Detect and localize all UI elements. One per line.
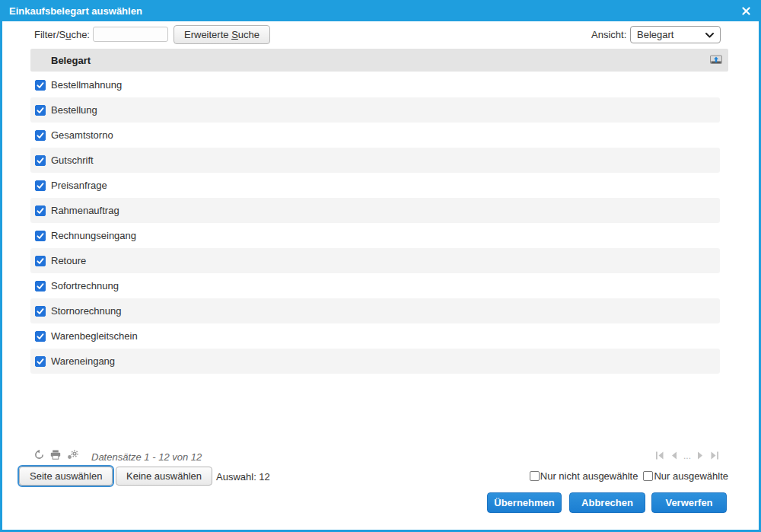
row-checkbox[interactable]	[35, 105, 46, 116]
table-header[interactable]: Belegart	[30, 49, 728, 72]
next-page-icon[interactable]	[697, 451, 704, 460]
row-label: Rahmenauftrag	[51, 205, 119, 216]
chevron-down-icon	[705, 29, 714, 40]
select-none-button[interactable]: Keine auswählen	[116, 467, 212, 486]
row-label: Sofortrechnung	[51, 280, 119, 291]
filter-input[interactable]	[93, 27, 168, 42]
row-checkbox[interactable]	[35, 180, 46, 191]
records-info: Datensätze 1 - 12 von 12	[91, 451, 202, 463]
row-label: Rechnungseingang	[51, 230, 136, 241]
filter-label: Filter/Suche:	[34, 29, 90, 40]
selection-count: Auswahl: 12	[216, 471, 270, 483]
cancel-button[interactable]: Abbrechen	[569, 492, 645, 513]
row-label: Retoure	[51, 255, 86, 266]
selection-filters: Nur nicht ausgewählte Nur ausgewählte	[530, 470, 728, 482]
row-label: Warenbegleitschein	[51, 330, 138, 342]
only-unselected-checkbox[interactable]	[530, 471, 540, 481]
table-row[interactable]: Stornorechnung	[30, 298, 720, 323]
only-unselected-label[interactable]: Nur nicht ausgewählte	[540, 470, 638, 482]
row-checkbox[interactable]	[35, 281, 46, 291]
belegart-list: Bestellmahnung Bestellung Gesamtstorno G…	[30, 72, 720, 374]
table-row[interactable]: Bestellmahnung	[30, 72, 720, 97]
column-settings-icon[interactable]	[710, 55, 722, 67]
apply-button[interactable]: Übernehmen	[487, 492, 562, 513]
view-select-value: Belegart	[637, 29, 705, 40]
last-page-icon[interactable]	[710, 451, 719, 460]
row-label: Preisanfrage	[51, 180, 107, 191]
table-row[interactable]: Gesamtstorno	[30, 123, 720, 148]
row-checkbox[interactable]	[35, 306, 46, 317]
row-checkbox[interactable]	[35, 331, 46, 342]
row-checkbox[interactable]	[35, 130, 46, 141]
table-row[interactable]: Sofortrechnung	[30, 273, 720, 298]
row-checkbox[interactable]	[35, 256, 46, 266]
close-icon[interactable]	[740, 5, 752, 17]
advanced-search-button[interactable]: Erweiterte Suche	[174, 25, 270, 44]
row-label: Wareneingang	[51, 355, 115, 367]
table-row[interactable]: Rahmenauftrag	[30, 198, 720, 223]
table-row[interactable]: Gutschrift	[30, 148, 720, 173]
row-checkbox[interactable]	[35, 231, 46, 241]
refresh-icon[interactable]	[34, 450, 44, 460]
discard-button[interactable]: Verwerfen	[651, 492, 727, 513]
pagination: ...	[655, 451, 719, 460]
print-icon[interactable]	[50, 450, 61, 460]
grid-toolbar	[34, 450, 78, 460]
row-label: Stornorechnung	[51, 305, 122, 317]
table-row[interactable]: Rechnungseingang	[30, 223, 720, 248]
row-checkbox[interactable]	[35, 155, 46, 166]
first-page-icon[interactable]	[655, 451, 664, 460]
table-row[interactable]: Bestellung	[30, 97, 720, 123]
table-row[interactable]: Retoure	[30, 248, 720, 273]
dialog-einkaufsbelegart: Einkaufsbelegart auswählen Filter/Suche:…	[0, 0, 761, 532]
row-checkbox[interactable]	[35, 205, 46, 216]
column-header-belegart: Belegart	[51, 55, 91, 66]
row-label: Bestellung	[51, 104, 97, 116]
view-label: Ansicht:	[591, 29, 626, 40]
table-row[interactable]: Preisanfrage	[30, 173, 720, 198]
dialog-title: Einkaufsbelegart auswählen	[9, 5, 740, 17]
only-selected-label[interactable]: Nur ausgewählte	[654, 470, 728, 482]
settings-icon[interactable]	[67, 450, 78, 460]
table-row[interactable]: Wareneingang	[30, 349, 720, 374]
titlebar: Einkaufsbelegart auswählen	[0, 0, 761, 21]
pagination-ellipsis: ...	[683, 452, 691, 460]
prev-page-icon[interactable]	[670, 451, 677, 460]
row-label: Gesamtstorno	[51, 129, 113, 141]
dialog-content: Filter/Suche: Erweiterte Suche Ansicht: …	[2, 21, 759, 530]
row-label: Gutschrift	[51, 155, 94, 166]
select-page-button[interactable]: Seite auswählen	[19, 467, 113, 486]
row-checkbox[interactable]	[35, 80, 46, 91]
table-row[interactable]: Warenbegleitschein	[30, 323, 720, 349]
view-select[interactable]: Belegart	[630, 26, 721, 43]
row-label: Bestellmahnung	[51, 79, 122, 91]
row-checkbox[interactable]	[35, 356, 46, 367]
only-selected-checkbox[interactable]	[643, 471, 653, 481]
